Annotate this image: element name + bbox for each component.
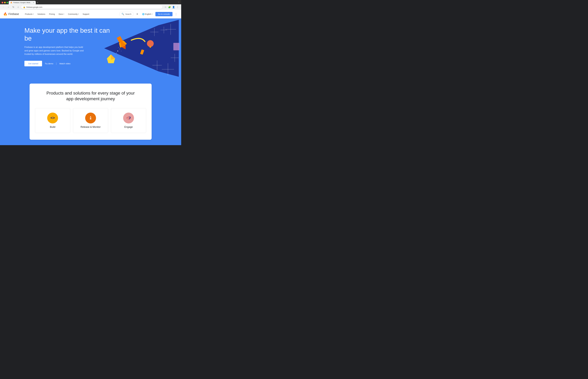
chevron-down-icon: ▾ [63, 13, 64, 15]
search-icon: 🔍 [122, 13, 124, 15]
tab-favicon: 🔥 [10, 2, 12, 3]
browser-chrome: 🔥 Firebase | Google's Mobile &... ✕ + ⌃ … [0, 0, 181, 10]
tab-close-icon[interactable]: ✕ [33, 2, 34, 3]
hero-description: Firebase is an app development platform … [24, 46, 84, 56]
close-button[interactable] [2, 2, 3, 3]
site-nav: Products ▾ Solutions Pricing Docs ▾ Comm… [23, 12, 119, 16]
build-icon: <> [47, 112, 58, 124]
back-button[interactable]: ← [2, 5, 5, 9]
nav-pricing[interactable]: Pricing [47, 12, 57, 16]
reload-button[interactable]: ↻ [11, 5, 15, 9]
active-tab[interactable]: 🔥 Firebase | Google's Mobile &... ✕ [9, 1, 36, 4]
try-demo-button[interactable]: Try demo [45, 63, 53, 65]
flame-icon: 🔥 [3, 12, 7, 16]
window-controls: ⌃ [178, 1, 180, 4]
svg-point-19 [117, 51, 118, 51]
hero-title: Make your app the best it can be [24, 27, 117, 42]
browser-toolbar-icons: ☆ 🧩 👤 ⋮ [164, 5, 180, 9]
logo-text: Firebase [8, 13, 19, 16]
globe-icon: 🌐 [142, 13, 144, 15]
nav-solutions[interactable]: Solutions [36, 12, 47, 16]
get-started-button[interactable]: Get started [24, 61, 42, 66]
svg-point-33 [90, 117, 91, 118]
product-card-build[interactable]: <> Build [35, 108, 70, 133]
nav-support[interactable]: Support [81, 12, 91, 16]
theme-toggle-button[interactable]: ☀ [135, 12, 139, 16]
new-tab-button[interactable]: + [36, 1, 39, 4]
forward-button[interactable]: → [6, 5, 10, 9]
svg-point-25 [150, 46, 151, 48]
tab-bar: 🔥 Firebase | Google's Mobile &... ✕ + ⌃ [0, 0, 181, 4]
language-label: English [145, 13, 151, 15]
extension-icon[interactable]: 🧩 [168, 5, 171, 9]
search-label: Search [125, 13, 131, 15]
products-title: Products and solutions for every stage o… [45, 90, 137, 102]
header-actions: 🔍 Search ☀ 🌐 English ▾ Go to console ⋮ [119, 12, 178, 16]
product-card-engage[interactable]: Engage [111, 108, 146, 133]
settings-icon[interactable]: ⋮ [176, 5, 180, 9]
svg-text:<>: <> [50, 116, 55, 120]
divider: | [56, 62, 57, 65]
more-options-button[interactable]: ⋮ [174, 12, 178, 16]
products-section: Products and solutions for every stage o… [0, 78, 181, 145]
nav-bar: ← → ↻ ⌂ 🔒 firebase.google.com ☆ 🧩 👤 ⋮ [0, 4, 181, 10]
hero-actions: Get started Try demo | Watch video [24, 61, 117, 66]
svg-point-24 [147, 40, 154, 47]
product-card-release[interactable]: Release & Monitor [73, 108, 108, 133]
watch-video-button[interactable]: Watch video [59, 63, 71, 65]
traffic-lights [2, 2, 8, 3]
search-button[interactable]: 🔍 Search [119, 12, 134, 16]
profile-icon[interactable]: 👤 [172, 5, 175, 9]
bookmark-icon[interactable]: ☆ [164, 5, 167, 9]
svg-point-23 [118, 47, 119, 48]
nav-community[interactable]: Community ▾ [66, 12, 80, 16]
release-label: Release & Monitor [80, 126, 101, 128]
lock-icon: 🔒 [23, 6, 25, 8]
language-selector[interactable]: 🌐 English ▾ [141, 12, 154, 16]
address-bar[interactable]: 🔒 firebase.google.com [21, 5, 162, 9]
nav-docs[interactable]: Docs ▾ [57, 12, 66, 16]
chevron-down-icon: ▾ [78, 13, 79, 15]
engage-label: Engage [124, 126, 133, 128]
go-to-console-button[interactable]: Go to console [155, 12, 172, 16]
address-text: firebase.google.com [26, 6, 161, 8]
maximize-button[interactable] [6, 2, 8, 3]
release-icon [85, 112, 96, 124]
website-content: 🔥 Firebase Products ▾ Solutions Pricing … [0, 10, 181, 145]
svg-point-20 [120, 49, 120, 49]
site-header: 🔥 Firebase Products ▾ Solutions Pricing … [0, 10, 181, 18]
build-label: Build [50, 126, 55, 128]
products-card: Products and solutions for every stage o… [30, 84, 152, 140]
engage-icon [123, 112, 134, 124]
chevron-down-icon: ▾ [152, 13, 153, 15]
chevron-down-icon: ▾ [33, 13, 34, 15]
hero-content: Make your app the best it can be Firebas… [24, 27, 117, 66]
home-button[interactable]: ⌂ [16, 5, 20, 9]
products-grid: <> Build [35, 108, 146, 133]
minimize-button[interactable] [4, 2, 6, 3]
svg-rect-27 [173, 43, 180, 50]
nav-products[interactable]: Products ▾ [23, 12, 35, 16]
svg-point-22 [121, 51, 121, 51]
firebase-logo[interactable]: 🔥 Firebase [3, 12, 19, 16]
hero-section: Make your app the best it can be Firebas… [0, 18, 181, 78]
tab-title: Firebase | Google's Mobile &... [13, 2, 32, 3]
